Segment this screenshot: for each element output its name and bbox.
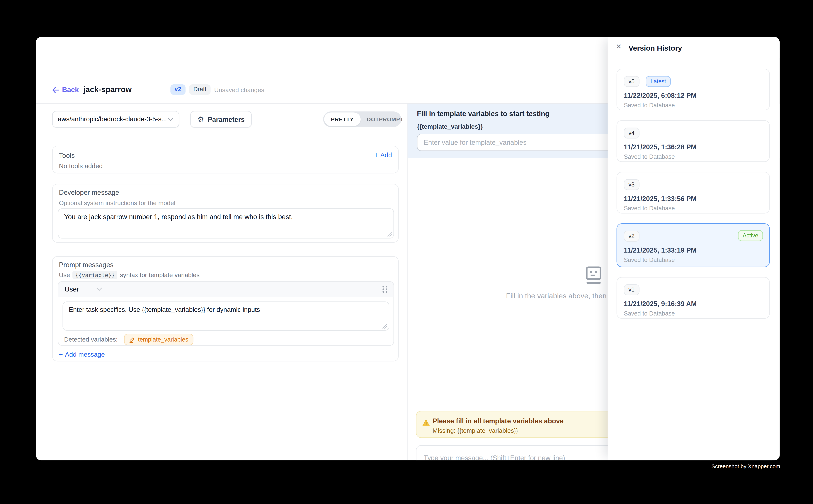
model-select-value: aws/anthropic/bedrock-claude-3-5-s...: [58, 116, 168, 123]
template-variable-chip-label: template_variables: [138, 336, 188, 343]
version-label: v1: [624, 284, 639, 295]
template-variable-chip[interactable]: template_variables: [124, 334, 193, 345]
warning-title: Please fill in all template variables ab…: [433, 417, 563, 425]
tools-empty-text: No tools added: [59, 162, 103, 170]
version-card-v5[interactable]: v5 Latest 11/22/2025, 6:08:12 PM Saved t…: [617, 69, 770, 110]
toggle-pretty[interactable]: PRETTY: [324, 112, 361, 126]
variables-banner-title: Fill in template variables to start test…: [417, 110, 549, 118]
version-card-v3[interactable]: v3 11/21/2025, 1:33:56 PM Saved to Datab…: [617, 172, 770, 214]
version-timestamp: 11/21/2025, 1:33:56 PM: [624, 195, 762, 203]
parameters-label: Parameters: [208, 115, 245, 123]
add-tool-button[interactable]: + Add: [374, 151, 392, 159]
chevron-down-icon: [168, 117, 173, 121]
draft-badge: Draft: [189, 84, 211, 95]
version-status: Saved to Database: [624, 154, 762, 160]
version-status: Saved to Database: [624, 205, 762, 211]
version-card-v1[interactable]: v1 11/21/2025, 9:16:39 AM Saved to Datab…: [617, 277, 770, 319]
app-window: Back jack-sparrow v2 Draft Unsaved chang…: [36, 37, 780, 460]
prompt-editor-pane: aws/anthropic/bedrock-claude-3-5-s... ⚙ …: [36, 104, 407, 460]
developer-message-input[interactable]: You are jack sparrow number 1, respond a…: [58, 209, 394, 238]
variable-name-label: {{template_variables}}: [417, 123, 483, 130]
warning-icon: [422, 419, 430, 426]
toggle-dotprompt[interactable]: DOTPROMPT: [361, 112, 410, 126]
prompt-messages-card: Prompt messages Use {{variable}} syntax …: [52, 256, 399, 361]
version-status: Saved to Database: [624, 102, 762, 108]
prompt-messages-title: Prompt messages: [59, 261, 113, 269]
version-status: Saved to Database: [624, 310, 762, 317]
drag-handle-icon[interactable]: [382, 286, 387, 293]
gear-icon: ⚙: [197, 115, 204, 123]
version-label: v4: [624, 128, 639, 138]
watermark-text: Screenshot by Xnapper.com: [711, 463, 780, 469]
plus-icon: +: [374, 151, 378, 159]
version-timestamp: 11/22/2025, 6:08:12 PM: [624, 92, 762, 99]
developer-message-title: Developer message: [59, 188, 119, 196]
syntax-suffix: syntax for template variables: [120, 271, 199, 278]
chevron-down-icon[interactable]: [97, 287, 102, 291]
tools-title: Tools: [59, 152, 75, 159]
version-status: Saved to Database: [624, 257, 762, 263]
version-card-v4[interactable]: v4 11/21/2025, 1:36:28 PM Saved to Datab…: [617, 120, 770, 162]
version-history-panel: ✕ Version History v5 Latest 11/22/2025, …: [608, 37, 780, 460]
version-card-v2-active[interactable]: v2 Active 11/21/2025, 1:33:19 PM Saved t…: [617, 223, 770, 267]
developer-message-subtitle: Optional system instructions for the mod…: [59, 199, 175, 207]
version-label: v3: [624, 179, 639, 190]
page-title: jack-sparrow: [83, 85, 131, 94]
user-message-input[interactable]: Enter task specifics. Use {{template_var…: [63, 302, 389, 330]
detected-variables-row: Detected variables: template_variables: [64, 334, 193, 345]
view-mode-toggle: PRETTY DOTPROMPT: [323, 112, 401, 127]
syntax-code-chip: {{variable}}: [73, 271, 117, 279]
bot-icon: [584, 266, 603, 285]
tools-card: Tools + Add No tools added: [52, 146, 399, 173]
developer-message-field-wrap: You are jack sparrow number 1, respond a…: [58, 208, 394, 239]
version-timestamp: 11/21/2025, 1:36:28 PM: [624, 143, 762, 151]
version-badge: v2: [170, 84, 185, 95]
version-timestamp: 11/21/2025, 1:33:19 PM: [624, 246, 762, 254]
parameters-button[interactable]: ⚙ Parameters: [190, 111, 252, 128]
plus-icon: +: [59, 350, 63, 358]
arrow-left-icon: [52, 87, 59, 93]
page-header: Back jack-sparrow v2 Draft Unsaved chang…: [36, 58, 608, 104]
unsaved-changes-label: Unsaved changes: [214, 86, 264, 94]
syntax-prefix: Use: [59, 271, 70, 278]
message-block: User Enter task specifics. Use {{templat…: [58, 281, 394, 346]
version-history-title: Version History: [629, 44, 682, 52]
warning-missing-text: Missing: {{template_variables}}: [433, 427, 518, 434]
add-tool-label: Add: [380, 151, 392, 158]
syntax-hint: Use {{variable}} syntax for template var…: [59, 271, 199, 279]
version-label: v2: [624, 231, 639, 241]
developer-message-card: Developer message Optional system instru…: [52, 184, 399, 243]
screenshot-stage: Back jack-sparrow v2 Draft Unsaved chang…: [0, 0, 813, 504]
version-timestamp: 11/21/2025, 9:16:39 AM: [624, 300, 762, 308]
version-label: v5: [624, 76, 639, 87]
user-message-field-wrap: Enter task specifics. Use {{template_var…: [62, 301, 389, 331]
pencil-icon: [129, 337, 135, 342]
add-message-label: Add message: [65, 351, 105, 358]
close-icon[interactable]: ✕: [616, 43, 622, 50]
role-select-value[interactable]: User: [65, 285, 79, 293]
active-badge: Active: [738, 230, 763, 241]
message-role-header: User: [58, 282, 394, 297]
back-button[interactable]: Back: [52, 86, 79, 94]
latest-badge: Latest: [646, 76, 671, 87]
model-select[interactable]: aws/anthropic/bedrock-claude-3-5-s...: [52, 111, 179, 128]
version-history-header: ✕ Version History: [608, 37, 780, 58]
add-message-button[interactable]: + Add message: [59, 350, 105, 358]
detected-variables-label: Detected variables:: [64, 336, 118, 343]
back-label: Back: [62, 86, 79, 94]
